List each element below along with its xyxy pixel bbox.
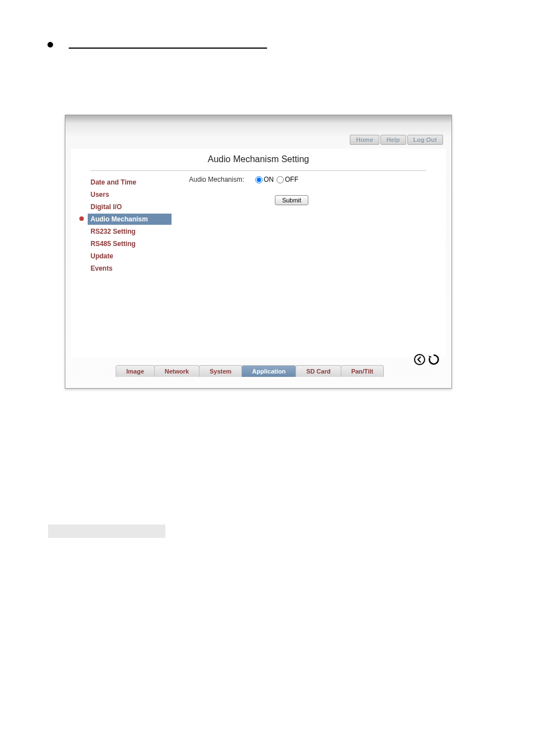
top-link-bar: Home Help Log Out — [350, 135, 443, 145]
tab-image[interactable]: Image — [116, 365, 155, 377]
sidebar: Date and Time Users Digital I/O Audio Me… — [88, 177, 172, 275]
sidebar-item-update[interactable]: Update — [88, 251, 172, 262]
page-title: Audio Mechanism Setting — [91, 149, 426, 171]
submit-row: Submit — [183, 195, 350, 205]
svg-point-0 — [415, 355, 425, 365]
radio-off-option[interactable]: OFF — [277, 176, 298, 183]
audio-mechanism-row: Audio Mechanism: ON OFF — [183, 176, 350, 183]
audio-mechanism-label: Audio Mechanism: — [183, 176, 255, 183]
radio-group: ON OFF — [255, 176, 298, 183]
tab-application[interactable]: Application — [241, 365, 296, 377]
content-area: Audio Mechanism Setting Date and Time Us… — [71, 149, 446, 357]
radio-on-input[interactable] — [255, 176, 263, 183]
bottom-tabs: Image Network System Application SD Card… — [116, 365, 383, 377]
sidebar-item-events[interactable]: Events — [88, 263, 172, 274]
radio-off-input[interactable] — [277, 176, 284, 183]
bullet-marker — [47, 42, 53, 48]
sidebar-item-date-time[interactable]: Date and Time — [88, 177, 172, 188]
logout-link[interactable]: Log Out — [407, 135, 443, 145]
sidebar-item-users[interactable]: Users — [88, 189, 172, 200]
radio-on-label: ON — [264, 176, 274, 183]
submit-button[interactable]: Submit — [275, 195, 308, 205]
settings-window: Home Help Log Out Audio Mechanism Settin… — [65, 115, 452, 389]
corner-icons — [412, 353, 440, 366]
sidebar-item-audio-mechanism[interactable]: Audio Mechanism — [88, 214, 172, 225]
form-area: Audio Mechanism: ON OFF Submit — [183, 176, 350, 205]
sidebar-item-digital-io[interactable]: Digital I/O — [88, 201, 172, 212]
radio-off-label: OFF — [285, 176, 298, 183]
radio-on-option[interactable]: ON — [255, 176, 274, 183]
sidebar-item-rs485[interactable]: RS485 Setting — [88, 238, 172, 249]
home-link[interactable]: Home — [350, 135, 379, 145]
tab-pan-tilt[interactable]: Pan/Tilt — [341, 365, 384, 377]
tab-sd-card[interactable]: SD Card — [296, 365, 341, 377]
help-link[interactable]: Help — [380, 135, 406, 145]
refresh-icon[interactable] — [426, 353, 440, 366]
gray-bar — [48, 525, 165, 538]
tab-system[interactable]: System — [199, 365, 242, 377]
sidebar-item-rs232[interactable]: RS232 Setting — [88, 226, 172, 237]
back-icon[interactable] — [412, 353, 426, 366]
underline-rule — [69, 48, 267, 49]
tab-network[interactable]: Network — [154, 365, 199, 377]
